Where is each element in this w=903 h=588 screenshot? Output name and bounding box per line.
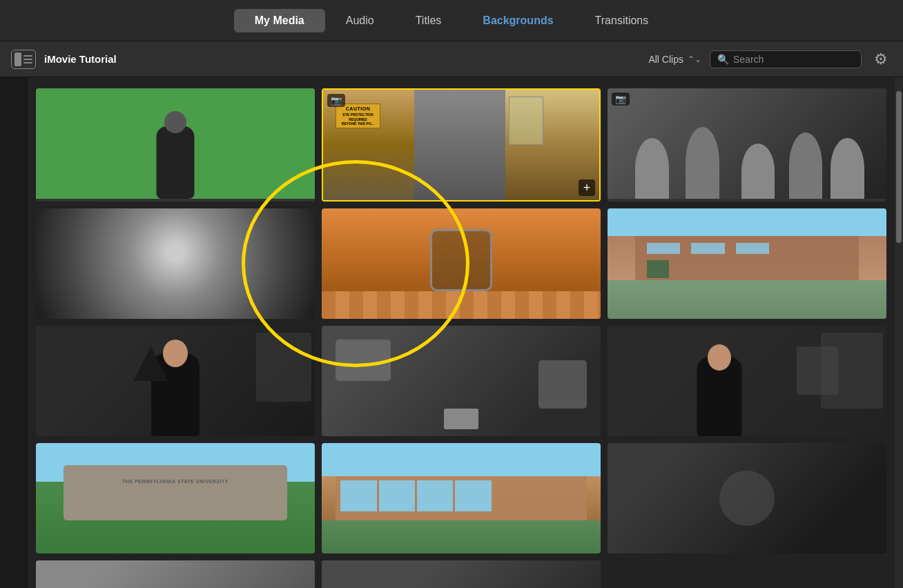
settings-button[interactable]: ⚙	[870, 49, 892, 70]
all-clips-chevron: ⌃⌄	[688, 55, 701, 64]
list-item[interactable]	[36, 560, 315, 588]
list-item[interactable]	[36, 326, 315, 436]
list-item[interactable]	[322, 326, 601, 436]
list-item[interactable]	[608, 443, 886, 553]
bldg2-bg	[322, 443, 601, 553]
tab-titles[interactable]: Titles	[395, 9, 463, 32]
door-1	[647, 260, 669, 278]
stone-sign: THE PENNSYLVANIA STATE UNIVERSITY	[64, 465, 287, 520]
list-item[interactable]	[608, 326, 886, 436]
machine-part-3	[444, 409, 478, 429]
list-item[interactable]	[322, 208, 601, 319]
window-1	[647, 243, 680, 254]
pennstate-text: THE PENNSYLVANIA STATE UNIVERSITY	[75, 479, 276, 484]
window-2	[691, 243, 724, 254]
tile-floor	[322, 291, 601, 319]
top-navigation: My Media Audio Titles Backgrounds Transi…	[0, 0, 903, 41]
thumbnail-greenman	[36, 88, 315, 199]
mug-shape	[430, 229, 492, 291]
thumbnail-building	[608, 208, 886, 319]
media-grid-area: CAUTION EYE PROTECTION REQUIRED BEYOND T…	[28, 77, 895, 588]
thumbnail-dark2	[322, 560, 601, 588]
sidebar-panel-icon	[14, 52, 21, 66]
media-grid: CAUTION EYE PROTECTION REQUIRED BEYOND T…	[36, 88, 886, 588]
list-item[interactable]: THE PENNSYLVANIA STATE UNIVERSITY	[36, 443, 315, 553]
list-item[interactable]	[36, 208, 315, 319]
thumbnail-workshop: 📷	[608, 88, 886, 199]
list-item[interactable]	[322, 560, 601, 588]
person-5	[831, 138, 864, 199]
woman2-head	[708, 344, 731, 371]
list-item[interactable]	[608, 208, 886, 319]
list-item[interactable]: 📷	[608, 88, 886, 202]
thumbnail-metalwork	[36, 208, 315, 319]
search-icon: 🔍	[717, 54, 729, 65]
scrollbar-thumb[interactable]	[896, 91, 902, 243]
bg-plaque	[797, 346, 838, 395]
sidebar-lines-icon	[23, 55, 32, 63]
search-input[interactable]	[733, 54, 844, 65]
thumb-mid-panel	[414, 90, 505, 200]
tab-my-media[interactable]: My Media	[234, 9, 325, 32]
thumb-bg-workshop	[608, 88, 886, 199]
add-to-timeline-button[interactable]: +	[579, 179, 595, 196]
all-clips-button[interactable]: All Clips ⌃⌄	[648, 54, 701, 65]
camera-badge-2: 📷	[612, 92, 630, 106]
list-item[interactable]	[36, 88, 315, 202]
woman-head	[163, 340, 188, 367]
thumbnail-grey	[36, 560, 315, 588]
library-title: iMovie Tutorial	[44, 53, 640, 65]
media-toolbar: iMovie Tutorial All Clips ⌃⌄ 🔍 ⚙	[0, 41, 903, 77]
building-bg	[608, 208, 886, 319]
camera-icon-2: 📷	[615, 94, 626, 104]
tab-backgrounds[interactable]: Backgrounds	[462, 9, 574, 32]
win-c	[417, 480, 453, 511]
thumbnail-woman2	[608, 326, 886, 436]
camera-icon: 📷	[331, 95, 342, 106]
left-strip	[0, 77, 28, 588]
thumbnail-dark1	[608, 443, 886, 553]
win-d	[455, 480, 491, 511]
bldg2-wall	[336, 476, 587, 520]
machine-part-1	[336, 340, 391, 381]
caution-sign: CAUTION EYE PROTECTION REQUIRED BEYOND T…	[336, 104, 380, 128]
dark-content	[608, 443, 886, 553]
pennstate-bg: THE PENNSYLVANIA STATE UNIVERSITY	[36, 443, 315, 553]
person-3	[741, 144, 775, 199]
thumbnail-pennstate: THE PENNSYLVANIA STATE UNIVERSITY	[36, 443, 315, 553]
list-item[interactable]	[322, 443, 601, 553]
window-3	[736, 243, 769, 254]
search-box[interactable]: 🔍	[710, 50, 862, 68]
thumbnail-caution: CAUTION EYE PROTECTION REQUIRED BEYOND T…	[323, 90, 599, 200]
bg-machinery	[256, 333, 311, 402]
building-wall	[635, 236, 858, 280]
dark-circle	[719, 471, 775, 526]
machine-part-2	[538, 360, 587, 409]
person-1	[635, 138, 668, 199]
win-b	[379, 480, 415, 511]
bldg2-windows	[340, 480, 491, 511]
scrollbar[interactable]	[895, 77, 903, 588]
thumbnail-woman	[36, 326, 315, 436]
camera-badge: 📷	[327, 94, 345, 107]
line-1	[23, 55, 32, 57]
tab-transitions[interactable]: Transitions	[574, 9, 670, 32]
list-item[interactable]: CAUTION EYE PROTECTION REQUIRED BEYOND T…	[322, 88, 601, 202]
thumbnail-mug	[322, 208, 601, 319]
line-2	[23, 59, 32, 60]
tab-audio[interactable]: Audio	[325, 9, 395, 32]
thumbnail-machinery	[322, 326, 601, 436]
gear-icon: ⚙	[874, 50, 888, 68]
thumbnail-bldg2	[322, 443, 601, 553]
all-clips-label: All Clips	[648, 54, 683, 65]
sidebar-toggle-button[interactable]	[11, 50, 36, 69]
person-4	[789, 133, 822, 199]
main-content: CAUTION EYE PROTECTION REQUIRED BEYOND T…	[0, 77, 903, 588]
person-2	[686, 127, 719, 199]
window-shape	[509, 97, 543, 145]
line-3	[23, 62, 32, 63]
win-a	[340, 480, 376, 511]
